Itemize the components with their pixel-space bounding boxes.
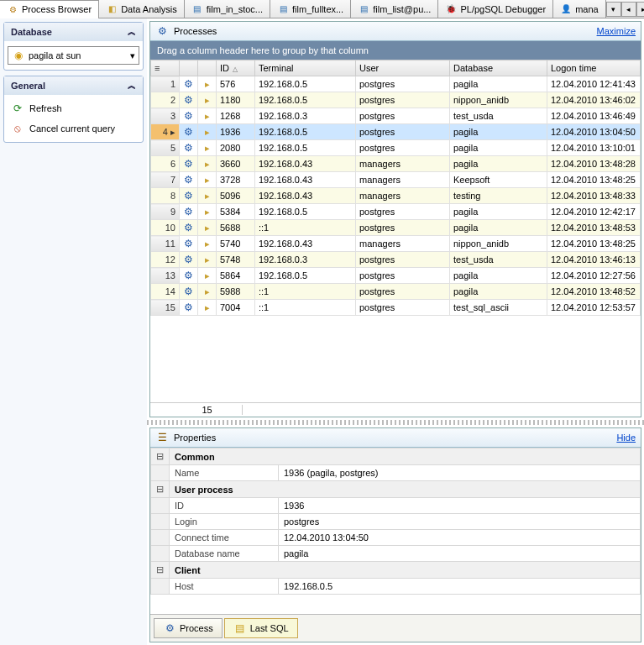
table-row[interactable]: 1⚙▸576192.168.0.5postgrespagila12.04.201… bbox=[151, 76, 641, 92]
expand-icon[interactable]: ⊟ bbox=[151, 481, 170, 498]
property-group[interactable]: Common bbox=[170, 448, 641, 465]
cell-terminal: 192.168.0.43 bbox=[255, 156, 356, 172]
process-icon: ▸ bbox=[198, 188, 217, 204]
cell-terminal: ::1 bbox=[255, 284, 356, 300]
row-number-header[interactable]: ≡ bbox=[151, 60, 180, 76]
row-number: 7 bbox=[151, 172, 180, 188]
property-group[interactable]: Client bbox=[170, 562, 641, 579]
terminal-column-header[interactable]: Terminal bbox=[255, 60, 356, 76]
cell-database: pagila bbox=[450, 76, 547, 92]
cell-user: postgres bbox=[356, 204, 450, 220]
database-select[interactable]: ◉ pagila at sun ▾ bbox=[8, 46, 139, 65]
property-value: pagila bbox=[279, 546, 641, 562]
database-select-value: pagila at sun bbox=[29, 50, 127, 60]
tab-3[interactable]: ▤film_fulltex... bbox=[270, 0, 351, 18]
gear-icon: ⚙ bbox=[163, 621, 176, 635]
cell-logon: 12.04.2010 13:04:50 bbox=[547, 124, 641, 140]
group-by-bar[interactable]: Drag a column header here to group by th… bbox=[150, 41, 641, 60]
table-row[interactable]: 11⚙▸5740192.168.0.43managersnippon_anidb… bbox=[151, 236, 641, 252]
cell-id: 5096 bbox=[217, 188, 255, 204]
gear-icon: ⚙ bbox=[180, 284, 198, 300]
logon-time-column-header[interactable]: Logon time bbox=[547, 60, 641, 76]
hide-link[interactable]: Hide bbox=[616, 433, 636, 443]
tab-6[interactable]: 👤mana bbox=[553, 0, 606, 18]
property-group[interactable]: User process bbox=[170, 481, 641, 498]
cell-logon: 12.04.2010 13:46:49 bbox=[547, 108, 641, 124]
process-icon: ▸ bbox=[198, 300, 217, 316]
cell-user: postgres bbox=[356, 220, 450, 236]
expand-icon[interactable]: ⊟ bbox=[151, 562, 170, 579]
table-row[interactable]: 12⚙▸5748192.168.0.3postgrestest_usda12.0… bbox=[151, 252, 641, 268]
refresh-action[interactable]: ⟳ Refresh bbox=[8, 100, 139, 117]
row-number: 3 bbox=[151, 108, 180, 124]
tab-4[interactable]: ▤film_list@pu... bbox=[351, 0, 438, 18]
cell-user: managers bbox=[356, 156, 450, 172]
cell-database: Keepsoft bbox=[450, 172, 547, 188]
cell-database: test_usda bbox=[450, 108, 547, 124]
table-row[interactable]: 10⚙▸5688::1postgrespagila12.04.2010 13:4… bbox=[151, 220, 641, 236]
maximize-link[interactable]: Maximize bbox=[597, 26, 636, 36]
tab-bar: ⚙Process Browser◧Data Analysis▤film_in_s… bbox=[0, 0, 644, 18]
horizontal-splitter[interactable] bbox=[147, 420, 644, 425]
tab-label: PL/pgSQL Debugger bbox=[460, 4, 546, 14]
tab-label: Process Browser bbox=[22, 4, 92, 14]
cell-user: managers bbox=[356, 172, 450, 188]
gear-column-header[interactable] bbox=[180, 60, 198, 76]
gear-icon: ⚙ bbox=[180, 140, 198, 156]
tab-2[interactable]: ▤film_in_stoc... bbox=[185, 0, 270, 18]
process-icon: ▸ bbox=[198, 284, 217, 300]
process-icon: ▸ bbox=[198, 220, 217, 236]
row-number: 1 bbox=[151, 76, 180, 92]
property-name: Login bbox=[170, 514, 279, 530]
cell-database: testing bbox=[450, 188, 547, 204]
table-row[interactable]: 15⚙▸7004::1postgrestest_sql_ascii12.04.2… bbox=[151, 300, 641, 316]
property-name: Database name bbox=[170, 546, 279, 562]
id-column-header[interactable]: ID△ bbox=[217, 60, 255, 76]
processes-title: Processes bbox=[174, 26, 217, 36]
cell-id: 1936 bbox=[217, 124, 255, 140]
table-row[interactable]: 9⚙▸5384192.168.0.5postgrespagila12.04.20… bbox=[151, 204, 641, 220]
row-number: 13 bbox=[151, 268, 180, 284]
table-row[interactable]: 8⚙▸5096192.168.0.43managerstesting12.04.… bbox=[151, 188, 641, 204]
row-number: 4 ▸ bbox=[151, 124, 180, 140]
icon-column-header[interactable] bbox=[198, 60, 217, 76]
cell-id: 2080 bbox=[217, 140, 255, 156]
table-row[interactable]: 7⚙▸3728192.168.0.43managersKeepsoft12.04… bbox=[151, 172, 641, 188]
cell-user: postgres bbox=[356, 140, 450, 156]
row-number: 5 bbox=[151, 140, 180, 156]
expand-icon[interactable]: ⊟ bbox=[151, 448, 170, 465]
cell-terminal: 192.168.0.3 bbox=[255, 108, 356, 124]
tab-next-button[interactable]: ▸ bbox=[636, 2, 644, 17]
database-column-header[interactable]: Database bbox=[450, 60, 547, 76]
tab-1[interactable]: ◧Data Analysis bbox=[99, 0, 185, 18]
table-row[interactable]: 6⚙▸3660192.168.0.43managerspagila12.04.2… bbox=[151, 156, 641, 172]
process-tab[interactable]: ⚙ Process bbox=[154, 618, 223, 638]
process-icon: ▸ bbox=[198, 236, 217, 252]
table-row[interactable]: 2⚙▸1180192.168.0.5postgresnippon_anidb12… bbox=[151, 92, 641, 108]
cell-terminal: 192.168.0.43 bbox=[255, 188, 356, 204]
table-row[interactable]: 4 ▸⚙▸1936192.168.0.5postgrespagila12.04.… bbox=[151, 124, 641, 140]
properties-title: Properties bbox=[174, 433, 216, 443]
user-column-header[interactable]: User bbox=[356, 60, 450, 76]
last-sql-tab[interactable]: ▤ Last SQL bbox=[224, 618, 298, 638]
tab-label: film_fulltex... bbox=[292, 4, 343, 14]
tab-0[interactable]: ⚙Process Browser bbox=[0, 0, 99, 18]
gear-icon: ⚙ bbox=[180, 252, 198, 268]
tab-dropdown-button[interactable]: ▾ bbox=[606, 2, 621, 17]
general-panel-header[interactable]: General ︽ bbox=[4, 76, 143, 95]
table-row[interactable]: 5⚙▸2080192.168.0.5postgrespagila12.04.20… bbox=[151, 140, 641, 156]
database-panel-title: Database bbox=[11, 27, 52, 37]
gear-icon: ⚙ bbox=[180, 124, 198, 140]
table-row[interactable]: 13⚙▸5864192.168.0.5postgrespagila12.04.2… bbox=[151, 268, 641, 284]
process-grid[interactable]: ≡ ID△ Terminal User Database Logon time … bbox=[150, 60, 641, 402]
cell-user: postgres bbox=[356, 76, 450, 92]
table-row[interactable]: 14⚙▸5988::1postgrespagila12.04.2010 13:4… bbox=[151, 284, 641, 300]
row-number: 15 bbox=[151, 300, 180, 316]
tab-prev-button[interactable]: ◂ bbox=[621, 2, 636, 17]
process-icon: ▸ bbox=[198, 92, 217, 108]
table-row[interactable]: 3⚙▸1268192.168.0.3postgrestest_usda12.04… bbox=[151, 108, 641, 124]
tab-5[interactable]: 🐞PL/pgSQL Debugger bbox=[438, 0, 553, 18]
cancel-query-action[interactable]: ⦸ Cancel current query bbox=[8, 120, 139, 137]
database-panel-header[interactable]: Database ︽ bbox=[4, 23, 143, 41]
cell-terminal: 192.168.0.5 bbox=[255, 124, 356, 140]
